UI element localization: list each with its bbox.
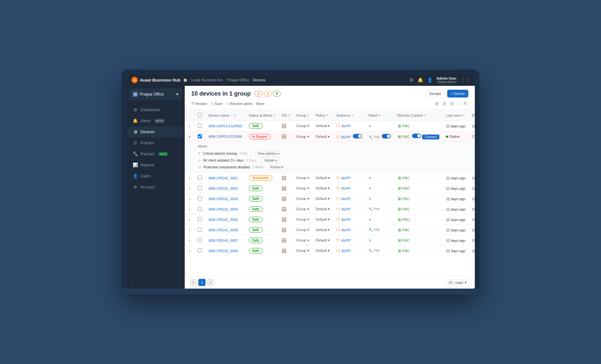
row-checkbox[interactable] — [198, 134, 202, 138]
restart-action[interactable]: ↺ Restart — [191, 101, 207, 106]
device-link[interactable]: WIN-OPE42_0008 — [208, 249, 238, 253]
device-link[interactable]: WIN-O3POLFGIZMA — [208, 135, 242, 138]
antivirus-toggle[interactable] — [353, 134, 362, 138]
group-select[interactable]: Group ▾ — [296, 135, 309, 139]
more-icon[interactable]: ⋮⋮ — [461, 77, 470, 83]
row-checkbox[interactable] — [198, 228, 202, 232]
view-patches-btn[interactable]: View patches ▾ — [255, 151, 282, 156]
last-seen-filter-icon[interactable]: ▾ — [463, 113, 464, 117]
device-link[interactable]: WIN-OPE42_0005 — [208, 218, 238, 222]
row-checkbox[interactable] — [198, 176, 202, 180]
rc-toggle[interactable] — [412, 134, 421, 138]
page-1-button[interactable]: 1 — [198, 279, 206, 286]
policy-select[interactable]: Default ▾ — [316, 249, 330, 253]
row-expand-btn[interactable]: + — [188, 207, 191, 212]
sidebar-collapse-button[interactable]: « — [126, 276, 185, 289]
next-page-button[interactable]: > — [207, 279, 214, 286]
breadcrumb-item-3[interactable]: Devices — [253, 78, 265, 82]
row-checkbox[interactable] — [198, 248, 202, 253]
device-link[interactable]: WIN-OPE42_0003 — [208, 197, 238, 201]
group-select[interactable]: Group ▾ — [296, 207, 309, 211]
policy-select[interactable]: Default ▾ — [316, 135, 330, 139]
groups-button[interactable]: Groups — [426, 90, 445, 98]
office-selector[interactable]: 🏢 Prague Office ▾ — [129, 88, 182, 100]
patch-toggle[interactable] — [382, 134, 391, 138]
sidebar-item-devices[interactable]: 🖥 Devices — [127, 126, 183, 137]
group-select[interactable]: Group ▾ — [296, 186, 309, 190]
device-link[interactable]: WIN-OPE42_0002 — [208, 187, 238, 190]
sidebar-item-policies[interactable]: ☰ Policies — [127, 137, 183, 148]
sidebar-item-alerts[interactable]: 🔔 Alerts BETA — [127, 115, 183, 126]
policy-select[interactable]: Default ▾ — [316, 197, 330, 201]
sidebar-item-reports[interactable]: 📊 Reports — [127, 160, 183, 170]
sidebar-item-account[interactable]: ⚙ Account — [127, 182, 183, 192]
device-name-sort-icon[interactable]: ⇅ — [234, 114, 236, 117]
row-expand-btn[interactable]: + — [188, 176, 191, 181]
row-expand-btn[interactable]: + — [188, 196, 191, 202]
row-expand-btn[interactable]: + — [188, 217, 191, 222]
policy-select[interactable]: Default ▾ — [316, 207, 330, 211]
page-size-selector[interactable]: 25 / page ▾ — [446, 279, 470, 286]
more-action[interactable]: More — [256, 102, 264, 106]
policy-filter-icon[interactable]: ▾ — [327, 113, 328, 117]
row-expand-btn[interactable]: + — [188, 124, 191, 129]
refresh-icon[interactable]: ↻ — [463, 100, 468, 107]
row-expand-btn[interactable]: + — [188, 228, 191, 233]
group-select[interactable]: Group ▾ — [296, 176, 309, 180]
group-select[interactable]: Group ▾ — [296, 124, 309, 128]
prev-page-button[interactable]: < — [190, 279, 197, 286]
device-link[interactable]: WIN-O3POLFGIPMS — [208, 124, 242, 128]
group-filter-icon[interactable]: ▾ — [307, 113, 309, 117]
policy-select[interactable]: Default ▾ — [316, 238, 330, 242]
sidebar-item-dashboard[interactable]: ⊞ Dashboard — [127, 104, 183, 115]
row-checkbox[interactable] — [198, 124, 202, 128]
list-view-icon[interactable]: ☰ — [442, 100, 447, 107]
user-icon[interactable]: 👤 — [427, 77, 433, 83]
group-select[interactable]: Group ▾ — [296, 197, 309, 201]
breadcrumb-item-2[interactable]: Prague Office — [227, 78, 249, 82]
row-checkbox[interactable] — [198, 238, 202, 242]
row-expand-btn[interactable]: + — [188, 186, 191, 191]
scan-action[interactable]: + Scan — [211, 102, 222, 106]
policy-select[interactable]: Default ▾ — [316, 176, 330, 180]
row-checkbox[interactable] — [198, 217, 202, 221]
resolve-alerts-action[interactable]: ○ Resolve alerts — [226, 102, 252, 106]
policy-select[interactable]: Default ▾ — [316, 124, 330, 128]
policy-select[interactable]: Default ▾ — [316, 228, 330, 232]
notification-icon[interactable]: 🔔 — [418, 77, 423, 83]
update-btn[interactable]: Update ▾ — [262, 158, 279, 163]
row-expand-btn[interactable]: + — [188, 248, 191, 254]
download-icon[interactable]: ↓ — [457, 100, 461, 107]
group-select[interactable]: Group ▾ — [296, 238, 309, 242]
status-filter-icon[interactable]: ▾ — [274, 113, 275, 117]
row-checkbox[interactable] — [198, 207, 202, 211]
group-select[interactable]: Group ▾ — [296, 228, 309, 232]
device-link[interactable]: WIN-OPE42_0001 — [208, 176, 238, 180]
breadcrumb-item-1[interactable]: Large Business Acc. — [191, 78, 224, 82]
row-checkbox[interactable] — [198, 186, 202, 190]
policy-select[interactable]: Default ▾ — [316, 217, 330, 222]
connect-button[interactable]: Connect — [422, 135, 439, 139]
select-all-checkbox[interactable] — [198, 113, 202, 117]
row-collapse-btn[interactable]: ▼ — [188, 135, 191, 138]
device-link[interactable]: WIN-OPE42_0006 — [208, 228, 238, 232]
group-select[interactable]: Group ▾ — [296, 217, 309, 222]
sidebar-item-patches[interactable]: 🔧 Patches NEW — [127, 149, 183, 159]
policy-select[interactable]: Default ▾ — [316, 186, 330, 190]
device-name-filter-icon[interactable]: ⌕ — [231, 113, 233, 117]
sidebar-item-users[interactable]: 👤 Users — [127, 171, 183, 181]
device-link[interactable]: WIN-OPE42_0004 — [208, 207, 238, 211]
os-filter-icon[interactable]: ▾ — [288, 113, 290, 117]
restart-btn[interactable]: Restart ▾ — [268, 164, 286, 170]
column-settings-icon[interactable]: ⊟ — [449, 100, 455, 107]
device-link[interactable]: WIN-OPE42_0007 — [208, 239, 238, 242]
row-expand-btn[interactable]: + — [188, 238, 191, 243]
rc-filter-icon[interactable]: ▾ — [424, 113, 425, 117]
antivirus-filter-icon[interactable]: ▾ — [352, 113, 353, 117]
row-checkbox[interactable] — [198, 196, 202, 201]
settings-icon[interactable]: ⚙ — [409, 77, 414, 83]
group-select[interactable]: Group ▾ — [296, 249, 309, 253]
patch-filter-icon[interactable]: ▾ — [379, 113, 381, 117]
grid-view-icon[interactable]: ⊞ — [434, 100, 440, 107]
add-device-button[interactable]: + Device — [447, 90, 468, 98]
